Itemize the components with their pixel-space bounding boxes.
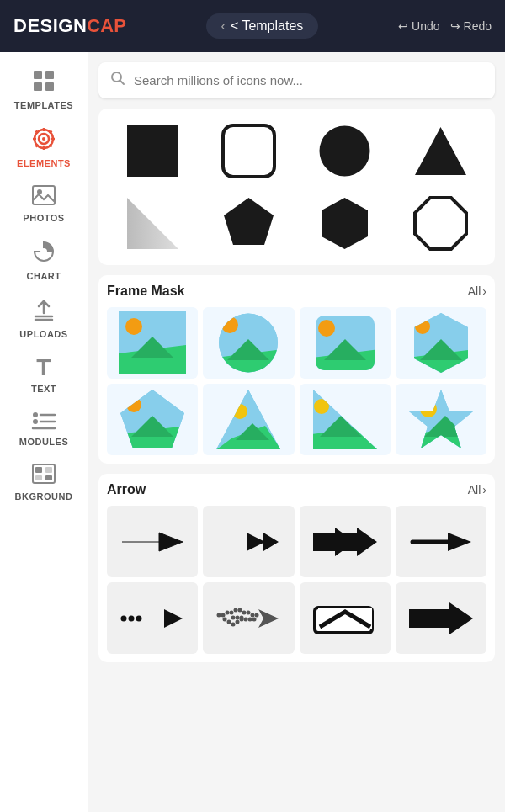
text-icon: T [36,356,51,379]
frame-mask-item-6[interactable] [203,384,294,455]
svg-rect-33 [127,125,178,177]
arrow-grid [107,506,486,654]
sidebar-item-elements[interactable]: ELEMENTS [0,117,88,175]
svg-rect-30 [45,475,52,480]
sidebar-item-modules[interactable]: MODULES [0,401,88,454]
frame-mask-item-7[interactable] [300,384,391,455]
svg-point-16 [37,189,42,194]
shape-octagon-outline[interactable] [396,189,486,257]
svg-point-109 [248,617,252,621]
photos-icon [32,185,56,209]
svg-rect-1 [45,71,54,79]
svg-rect-2 [34,82,42,91]
content-area: Frame Mask All › [88,52,505,812]
arrow-item-2[interactable] [203,506,294,577]
svg-point-20 [33,412,38,417]
arrow-item-7[interactable] [300,582,391,654]
modules-icon [32,411,56,433]
svg-marker-38 [224,198,274,245]
photos-label: PHOTOS [23,213,64,223]
svg-point-113 [240,615,244,619]
search-input[interactable] [134,73,483,88]
frame-mask-item-5[interactable] [107,384,198,455]
arrow-item-1[interactable] [107,506,198,577]
svg-point-79 [314,399,329,414]
svg-point-35 [320,125,370,176]
svg-point-98 [238,608,242,612]
arrow-item-8[interactable] [396,582,486,654]
logo: DESIGN CAP [13,15,126,37]
svg-rect-82 [407,388,475,451]
arrow-item-6[interactable] [203,582,294,654]
svg-point-111 [231,615,236,619]
arrow-item-5[interactable] [107,582,198,654]
templates-nav[interactable]: ‹ < Templates [206,13,319,39]
shape-right-triangle[interactable] [107,189,198,257]
redo-button[interactable]: ↪ Redo [450,19,492,33]
svg-rect-0 [34,71,42,79]
svg-point-105 [231,622,236,626]
uploads-icon [32,298,56,325]
shape-rounded-rect[interactable] [203,117,294,184]
svg-point-61 [415,319,430,334]
svg-rect-15 [33,186,55,204]
modules-label: MODULES [19,437,69,447]
frame-mask-item-1[interactable] [107,307,198,379]
sidebar-item-bkground[interactable]: BKGROUND [0,454,88,508]
arrow-item-3[interactable] [300,506,391,577]
svg-point-73 [232,404,247,419]
svg-point-94 [221,613,226,617]
main-layout: TEMPLATES ELEMENTS [0,52,505,812]
text-label: TEXT [31,384,56,394]
svg-point-92 [136,615,142,621]
sidebar-item-text[interactable]: T TEXT [0,346,88,401]
svg-point-100 [247,610,251,614]
frame-mask-item-2[interactable] [203,307,294,379]
svg-rect-3 [45,82,54,91]
svg-point-85 [420,401,437,417]
frame-mask-item-8[interactable] [396,384,486,455]
svg-point-50 [221,316,238,333]
svg-rect-28 [45,467,52,473]
frame-mask-title: Frame Mask [107,284,185,299]
svg-rect-34 [223,125,274,177]
arrow-all-button[interactable]: All › [468,483,486,496]
elements-label: ELEMENTS [17,158,71,168]
frame-mask-item-3[interactable] [300,307,391,379]
svg-point-95 [226,610,230,614]
shapes-grid [98,109,495,265]
svg-point-103 [223,617,227,621]
frame-mask-item-4[interactable] [396,307,486,379]
undo-label: Undo [412,19,439,33]
undo-icon: ↩ [398,19,408,33]
sidebar-item-photos[interactable]: PHOTOS [0,175,88,230]
shape-pentagon[interactable] [203,189,294,257]
bkground-label: BKGROUND [15,491,73,502]
shape-circle-filled[interactable] [300,117,391,184]
svg-marker-36 [415,127,466,175]
frame-mask-chevron-icon: › [482,284,486,298]
svg-marker-117 [409,602,473,634]
frame-mask-section: Frame Mask All › [98,275,495,464]
svg-point-106 [236,619,240,624]
shape-square-filled[interactable] [107,117,198,184]
svg-marker-89 [448,533,471,551]
shape-triangle-filled[interactable] [396,117,486,184]
chart-label: CHART [27,271,61,281]
svg-rect-29 [35,475,42,480]
undo-button[interactable]: ↩ Undo [398,19,439,33]
shape-hexagon[interactable] [300,189,391,257]
sidebar-item-templates[interactable]: TEMPLATES [0,59,88,117]
sidebar-item-chart[interactable]: CHART [0,230,88,288]
search-bar[interactable] [98,62,495,98]
logo-design: DESIGN [13,15,87,37]
svg-point-6 [42,137,45,141]
svg-point-108 [244,617,248,621]
svg-line-32 [120,81,125,85]
arrow-item-4[interactable] [396,506,486,577]
arrow-header: Arrow All › [107,482,486,497]
svg-marker-87 [335,528,377,556]
header-title: < Templates [231,19,303,34]
frame-mask-all-button[interactable]: All › [468,284,486,298]
sidebar-item-uploads[interactable]: UPLOADS [0,288,88,346]
